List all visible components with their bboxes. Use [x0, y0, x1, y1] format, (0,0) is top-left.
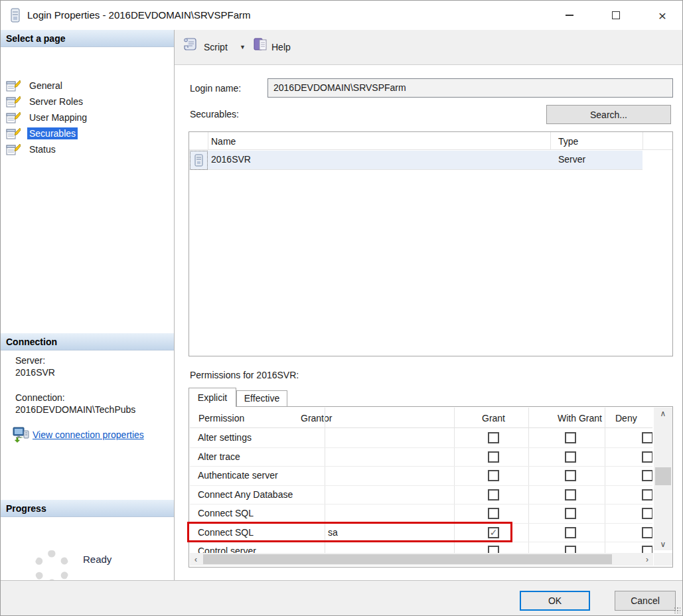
permission-row-alter-trace[interactable]: Alter trace [190, 448, 652, 467]
server-icon [194, 154, 203, 167]
grant-checkbox[interactable] [488, 470, 499, 481]
column-header-permission[interactable]: Permission [198, 412, 244, 424]
grant-checkbox[interactable] [488, 489, 499, 501]
with-grant-checkbox[interactable] [565, 527, 576, 538]
permission-row-connect-any-database[interactable]: Connect Any Database [190, 486, 652, 505]
permission-name: Alter trace [198, 451, 240, 462]
grant-checkbox[interactable] [488, 508, 499, 519]
server-label: Server: [15, 355, 45, 366]
login-name-label: Login name: [190, 83, 241, 94]
vertical-scrollbar[interactable]: ∧ ∨ [654, 408, 672, 550]
script-dropdown-icon: ▼ [240, 44, 246, 50]
ok-button[interactable]: OK [520, 591, 590, 611]
column-header-name[interactable]: Name [211, 135, 236, 147]
toolbar: Script ▼ Help [175, 30, 683, 65]
scroll-right-icon[interactable]: › [641, 553, 653, 566]
column-header-grantor[interactable]: Grantor [301, 412, 332, 424]
with-grant-checkbox[interactable] [565, 470, 576, 481]
vertical-scroll-thumb[interactable] [655, 467, 671, 485]
sidebar-item-label: Server Roles [27, 96, 85, 108]
connection-header: Connection [1, 333, 174, 350]
horizontal-scrollbar[interactable]: ‹ › [190, 553, 653, 566]
page-icon [6, 80, 21, 92]
sidebar-item-label: General [27, 80, 64, 92]
help-icon [253, 37, 269, 52]
connection-properties-icon [13, 427, 30, 443]
column-header-deny[interactable]: Deny [615, 412, 637, 424]
permission-name: Authenticate server [198, 470, 278, 481]
sidebar-item-general[interactable]: General [1, 78, 174, 94]
column-header-with-grant[interactable]: With Grant [558, 412, 602, 424]
progress-header: Progress [1, 500, 174, 517]
window-title: Login Properties - 2016DEVDOMAIN\SRVSPFa… [27, 9, 251, 21]
script-button[interactable]: Script ▼ [180, 34, 250, 60]
scroll-down-icon[interactable]: ∨ [654, 538, 672, 550]
permission-row-connect-sql[interactable]: Connect SQL [190, 504, 652, 524]
sidebar-item-label: User Mapping [27, 112, 89, 123]
help-label: Help [271, 42, 291, 52]
close-icon: × [658, 9, 666, 23]
select-page-header: Select a page [1, 30, 174, 47]
deny-checkbox[interactable] [642, 508, 652, 519]
sidebar-item-securables[interactable]: Securables [1, 125, 174, 141]
permission-name: Connect Any Database [198, 489, 293, 500]
view-connection-properties-link[interactable]: View connection properties [33, 429, 144, 440]
column-header-type[interactable]: Type [558, 135, 578, 147]
grant-checkbox[interactable] [488, 451, 499, 463]
deny-checkbox[interactable] [642, 470, 652, 481]
with-grant-checkbox[interactable] [565, 508, 576, 519]
close-button[interactable]: × [651, 5, 674, 25]
scroll-left-icon[interactable]: ‹ [190, 553, 202, 566]
permission-row-authenticate-server[interactable]: Authenticate server [190, 467, 652, 486]
scroll-up-icon[interactable]: ∧ [654, 408, 672, 420]
column-header-grant[interactable]: Grant [482, 412, 505, 424]
securables-table: Name Type 2016SVR Server [189, 131, 673, 356]
resize-grip[interactable] [674, 607, 680, 613]
permission-name: Connect SQL [198, 508, 254, 518]
securables-table-header: Name Type [189, 132, 672, 150]
permission-row-alter-settings[interactable]: Alter settings [190, 429, 652, 448]
search-button[interactable]: Search... [546, 105, 671, 124]
script-icon [181, 37, 198, 52]
login-name-field[interactable]: 2016DEVDOMAIN\SRVSPFarm [267, 78, 673, 98]
highlight-box-connect-sql [187, 522, 512, 542]
deny-checkbox[interactable] [642, 432, 652, 443]
with-grant-checkbox[interactable] [565, 432, 576, 443]
row-selector-cell[interactable] [190, 151, 208, 170]
sidebar-item-label: Status [27, 143, 58, 155]
minimize-icon [566, 15, 573, 16]
deny-checkbox[interactable] [642, 527, 652, 538]
cancel-button[interactable]: Cancel [615, 591, 676, 611]
page-icon [6, 96, 21, 108]
sidebar: Select a page General Server Roles User … [1, 30, 175, 580]
deny-checkbox[interactable] [642, 489, 652, 501]
permissions-table-header: Permission Grantor Grant With Grant Deny [190, 407, 652, 428]
permissions-label: Permissions for 2016SVR: [190, 370, 299, 380]
scrollbar-corner [654, 553, 672, 566]
maximize-button[interactable] [605, 5, 627, 25]
sidebar-item-user-mapping[interactable]: User Mapping [1, 110, 174, 125]
title-bar: Login Properties - 2016DEVDOMAIN\SRVSPFa… [1, 1, 682, 30]
page-icon [6, 127, 21, 139]
securable-type: Server [558, 154, 585, 165]
deny-checkbox[interactable] [642, 451, 652, 463]
permission-row-control-server[interactable]: Control server [190, 542, 652, 554]
minimize-button[interactable] [558, 5, 581, 25]
permission-name: Alter settings [198, 432, 252, 443]
with-grant-checkbox[interactable] [565, 489, 576, 501]
with-grant-checkbox[interactable] [565, 451, 576, 463]
securables-label: Securables: [190, 109, 239, 119]
sidebar-item-status[interactable]: Status [1, 141, 174, 157]
horizontal-scroll-thumb[interactable] [203, 554, 612, 564]
grant-checkbox[interactable] [488, 432, 499, 443]
tab-effective[interactable]: Effective [236, 390, 287, 406]
tab-explicit[interactable]: Explicit [189, 388, 236, 407]
progress-status: Ready [83, 554, 112, 565]
script-label: Script [204, 42, 228, 52]
sidebar-item-server-roles[interactable]: Server Roles [1, 94, 174, 110]
server-app-icon [10, 8, 21, 23]
permissions-table: Permission Grantor Grant With Grant Deny… [189, 406, 673, 568]
securable-name: 2016SVR [211, 154, 251, 165]
help-button[interactable]: Help [250, 34, 301, 60]
main-panel: Script ▼ Help Login name: 2016DEVDOMAIN\… [175, 30, 683, 580]
